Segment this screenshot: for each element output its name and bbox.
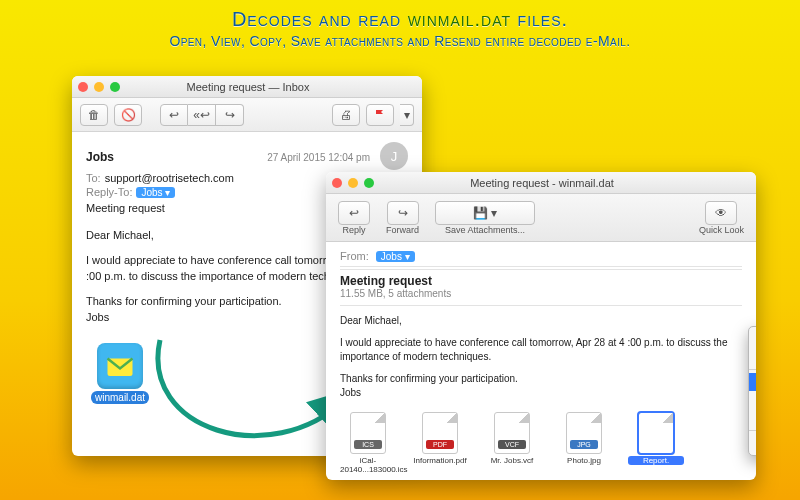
- close-icon[interactable]: [332, 178, 342, 188]
- file-name: Report.: [628, 456, 684, 465]
- body-line: Dear Michael,: [340, 314, 742, 328]
- flag-menu-button[interactable]: ▾: [400, 104, 414, 126]
- inbox-toolbar: 🗑 🚫 ↩ «↩ ↪ 🖨 ▾: [72, 98, 422, 132]
- forward-button[interactable]: ↪Forward: [386, 201, 419, 235]
- menu-save-downloads[interactable]: Save to Downloads Folder: [749, 391, 756, 409]
- attachment-selected[interactable]: Report.: [628, 412, 684, 474]
- menu-copy-attachment[interactable]: Copy Attachment: [749, 434, 756, 452]
- file-name: iCal-20140...183000.ics: [340, 456, 396, 474]
- menu-separator: [749, 369, 756, 370]
- print-button[interactable]: 🖨: [332, 104, 360, 126]
- traffic-lights: [78, 82, 120, 92]
- promo-filename: winmail.dat: [408, 8, 511, 30]
- winmail-attachment[interactable]: winmail.dat: [86, 343, 154, 404]
- winmail-icon: [97, 343, 143, 389]
- attachment-ics[interactable]: ICSiCal-20140...183000.ics: [340, 412, 396, 474]
- reply-button[interactable]: ↩: [160, 104, 188, 126]
- delete-button[interactable]: 🗑: [80, 104, 108, 126]
- menu-separator: [749, 430, 756, 431]
- menu-quicklook-attachment[interactable]: Quick Look Attachment: [749, 348, 756, 366]
- window-title: Meeting request — Inbox: [120, 81, 376, 93]
- minimize-icon[interactable]: [348, 178, 358, 188]
- promo-text: Decodes and read: [232, 8, 408, 30]
- forward-button[interactable]: ↪: [216, 104, 244, 126]
- toolbar-label: Forward: [386, 225, 419, 235]
- save-attachments-button[interactable]: 💾 ▾Save Attachments...: [435, 201, 535, 235]
- quicklook-button[interactable]: 👁Quick Look: [699, 201, 744, 235]
- body-line: I would appreciate to have conference ca…: [340, 336, 742, 364]
- junk-button[interactable]: 🚫: [114, 104, 142, 126]
- titlebar[interactable]: Meeting request - winmail.dat: [326, 172, 756, 194]
- minimize-icon[interactable]: [94, 82, 104, 92]
- traffic-lights: [332, 178, 374, 188]
- from-name: Jobs: [86, 150, 114, 164]
- toolbar-label: Save Attachments...: [445, 225, 525, 235]
- body-line: Thanks for confirming your participation…: [340, 372, 742, 386]
- from-row: From: Jobs ▾: [340, 250, 742, 267]
- file-tag: [642, 447, 670, 449]
- file-tag: VCF: [498, 440, 526, 449]
- reply-button[interactable]: ↩Reply: [338, 201, 370, 235]
- menu-share[interactable]: Share▶: [749, 409, 756, 427]
- winmail-body: From: Jobs ▾ Meeting request 11.55 MB, 5…: [326, 242, 756, 480]
- menu-open-attachment[interactable]: Open Attachment: [749, 330, 756, 348]
- reply-group: ↩ «↩ ↪: [160, 104, 244, 126]
- from-label: From:: [340, 250, 369, 262]
- menu-save-attachment[interactable]: Save Attachment...: [749, 373, 756, 391]
- message-date: 27 April 2015 12:04 pm: [267, 152, 370, 163]
- attachment-jpg[interactable]: JPGPhoto.jpg: [556, 412, 612, 474]
- file-name: Mr. Jobs.vcf: [484, 456, 540, 465]
- toolbar-label: Reply: [342, 225, 365, 235]
- attachments-row: ICSiCal-20140...183000.ics PDFInformatio…: [340, 412, 742, 474]
- body-line: Jobs: [340, 386, 742, 400]
- flag-icon: [374, 109, 386, 121]
- context-menu: Open Attachment Quick Look Attachment Sa…: [748, 326, 756, 456]
- toolbar-label: Quick Look: [699, 225, 744, 235]
- attachment-vcf[interactable]: VCFMr. Jobs.vcf: [484, 412, 540, 474]
- titlebar[interactable]: Meeting request — Inbox: [72, 76, 422, 98]
- file-name: Information.pdf: [412, 456, 468, 465]
- replyto-badge[interactable]: Jobs ▾: [136, 187, 175, 198]
- replyto-label: Reply-To:: [86, 186, 132, 198]
- promo-line1: Decodes and read winmail.dat files.: [4, 8, 796, 31]
- winmail-window: Meeting request - winmail.dat ↩Reply ↪Fo…: [326, 172, 756, 480]
- winmail-message: Dear Michael, I would appreciate to have…: [340, 314, 742, 400]
- flag-button[interactable]: [366, 104, 394, 126]
- to-label: To:: [86, 172, 101, 184]
- promo-header: Decodes and read winmail.dat files. Open…: [0, 0, 800, 49]
- winmail-filename: winmail.dat: [91, 391, 149, 404]
- file-tag: ICS: [354, 440, 382, 449]
- file-name: Photo.jpg: [556, 456, 612, 465]
- promo-line2: Open, View, Copy, Save attachments and R…: [4, 33, 796, 49]
- zoom-icon[interactable]: [110, 82, 120, 92]
- promo-text2: files.: [511, 8, 568, 30]
- winmail-meta: 11.55 MB, 5 attachments: [340, 288, 742, 306]
- attachment-pdf[interactable]: PDFInformation.pdf: [412, 412, 468, 474]
- winmail-toolbar: ↩Reply ↪Forward 💾 ▾Save Attachments... 👁…: [326, 194, 756, 242]
- zoom-icon[interactable]: [364, 178, 374, 188]
- close-icon[interactable]: [78, 82, 88, 92]
- from-badge[interactable]: Jobs ▾: [376, 251, 415, 262]
- file-tag: JPG: [570, 440, 598, 449]
- avatar: J: [380, 142, 408, 170]
- replyall-button[interactable]: «↩: [188, 104, 216, 126]
- file-tag: PDF: [426, 440, 454, 449]
- to-address: support@rootrisetech.com: [105, 172, 234, 184]
- winmail-subject: Meeting request: [340, 269, 742, 288]
- window-title: Meeting request - winmail.dat: [374, 177, 710, 189]
